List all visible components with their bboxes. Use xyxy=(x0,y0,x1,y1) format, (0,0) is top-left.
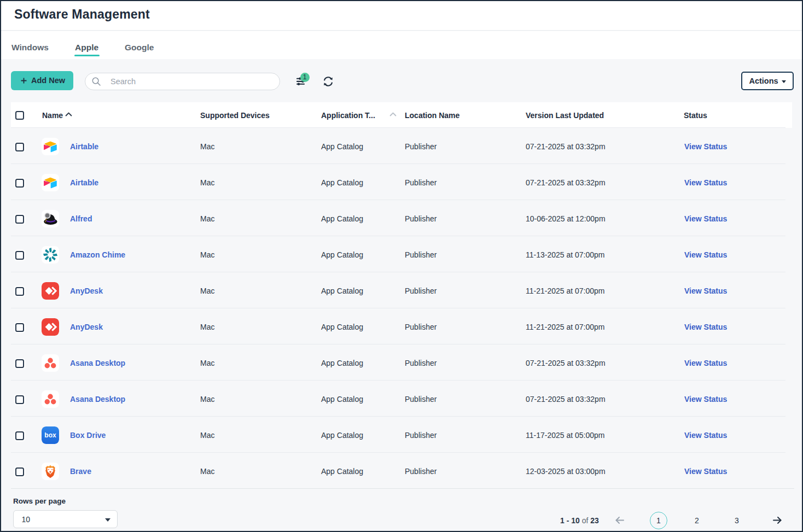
svg-text:box: box xyxy=(44,431,56,439)
